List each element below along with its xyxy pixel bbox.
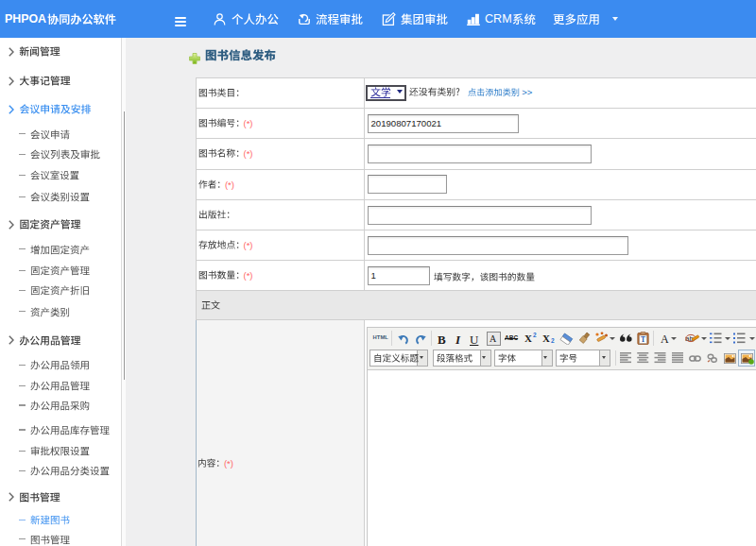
svg-text:T: T [641, 335, 645, 344]
